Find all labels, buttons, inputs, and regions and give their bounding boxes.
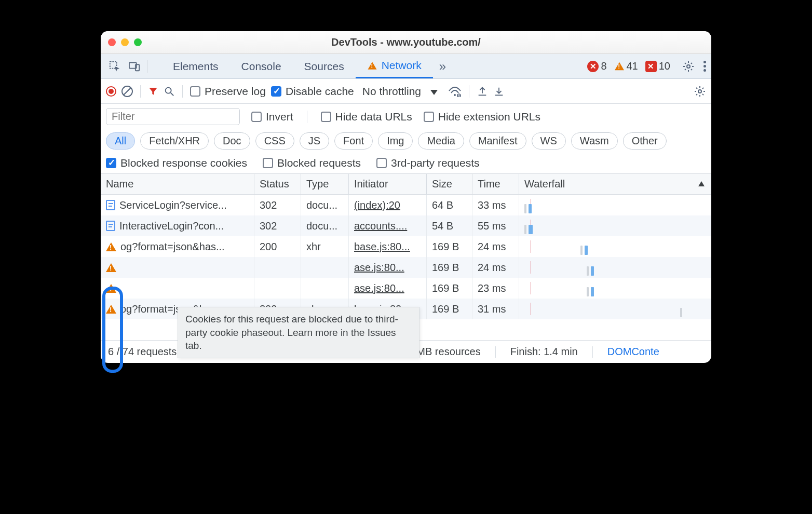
- size-cell: 169 B: [427, 278, 472, 299]
- initiator-link[interactable]: ase.js:80...: [354, 262, 404, 274]
- panel-tabs: Elements Console Sources Network: [161, 54, 433, 78]
- checkbox-icon: [321, 112, 331, 122]
- initiator-link[interactable]: ase.js:80...: [354, 282, 404, 294]
- network-settings-gear-icon[interactable]: [694, 85, 706, 98]
- more-tabs-icon[interactable]: »: [439, 59, 446, 74]
- initiator-link[interactable]: base.js:80...: [354, 241, 410, 253]
- time-cell: 33 ms: [472, 195, 519, 215]
- table-row[interactable]: ase.js:80...169 B23 ms: [101, 278, 711, 299]
- table-row[interactable]: og?format=json&has...200xhrbase.js:80...…: [101, 236, 711, 257]
- initiator-link[interactable]: (index):20: [354, 199, 400, 211]
- warning-icon: [368, 62, 376, 69]
- col-header-initiator[interactable]: Initiator: [349, 174, 427, 194]
- waterfall-axis: [531, 303, 531, 315]
- col-header-status[interactable]: Status: [254, 174, 301, 194]
- download-har-icon[interactable]: [493, 86, 505, 97]
- status-domcontent[interactable]: DOMConte: [607, 346, 659, 358]
- separator: [182, 85, 183, 98]
- tab-console[interactable]: Console: [230, 54, 293, 78]
- chip-other[interactable]: Other: [623, 132, 667, 150]
- filter-row: Invert Hide data URLs Hide extension URL…: [101, 104, 711, 129]
- issue-counters: ✕ 8 41 ✕ 10: [587, 60, 670, 72]
- devtools-window: DevTools - www.youtube.com/ Elements Con…: [101, 31, 711, 363]
- separator: [469, 85, 469, 98]
- chip-wasm[interactable]: Wasm: [571, 132, 618, 150]
- inspect-element-icon[interactable]: [106, 58, 124, 75]
- type-cell: [301, 278, 349, 299]
- waterfall-axis: [531, 261, 531, 274]
- tab-elements[interactable]: Elements: [161, 54, 230, 78]
- col-header-waterfall[interactable]: Waterfall: [519, 174, 711, 194]
- warning-icon: [106, 263, 116, 272]
- waterfall-bar: [591, 287, 594, 296]
- size-cell: 64 B: [427, 195, 472, 215]
- chip-img[interactable]: Img: [378, 132, 413, 150]
- col-header-size[interactable]: Size: [427, 174, 472, 194]
- chip-font[interactable]: Font: [334, 132, 373, 150]
- sort-indicator-icon: [698, 181, 705, 186]
- device-toolbar-icon[interactable]: [126, 58, 143, 75]
- initiator-link[interactable]: accounts....: [354, 220, 407, 232]
- hide-data-urls-checkbox[interactable]: Hide data URLs: [321, 111, 412, 123]
- critical-counter[interactable]: ✕ 10: [645, 60, 670, 72]
- size-cell: 169 B: [427, 299, 472, 319]
- document-icon: [106, 200, 115, 210]
- chip-all[interactable]: All: [106, 132, 135, 150]
- main-tabs-bar: Elements Console Sources Network » ✕ 8 4…: [101, 54, 711, 79]
- invert-checkbox[interactable]: Invert: [251, 111, 293, 123]
- chip-media[interactable]: Media: [418, 132, 464, 150]
- col-header-time[interactable]: Time: [472, 174, 519, 194]
- search-icon[interactable]: [164, 86, 175, 97]
- throttling-select[interactable]: No throttling: [362, 85, 438, 98]
- blocked-requests-checkbox[interactable]: Blocked requests: [263, 157, 361, 169]
- table-row[interactable]: InteractiveLogin?con...302docu...account…: [101, 215, 711, 236]
- error-counter[interactable]: ✕ 8: [587, 60, 606, 72]
- chip-doc[interactable]: Doc: [214, 132, 250, 150]
- col-header-name[interactable]: Name: [101, 174, 254, 194]
- network-conditions-icon[interactable]: [448, 86, 462, 97]
- filter-toggle-icon[interactable]: [148, 86, 158, 97]
- more-menu-icon[interactable]: [703, 61, 706, 72]
- chip-css[interactable]: CSS: [255, 132, 294, 150]
- chip-ws[interactable]: WS: [532, 132, 566, 150]
- blocked-response-cookies-checkbox[interactable]: Blocked response cookies: [106, 157, 247, 169]
- document-icon: [106, 221, 115, 231]
- waterfall-queue-bar: [587, 266, 589, 276]
- waterfall-queue-bar: [524, 225, 526, 234]
- svg-line-5: [171, 92, 174, 96]
- checkbox-icon: [424, 112, 434, 122]
- status-cell: 302: [254, 195, 301, 215]
- size-cell: 54 B: [427, 215, 472, 236]
- waterfall-bar: [529, 225, 533, 234]
- table-row[interactable]: ServiceLogin?service...302docu...(index)…: [101, 195, 711, 215]
- chip-fetch-xhr[interactable]: Fetch/XHR: [140, 132, 209, 150]
- col-header-type[interactable]: Type: [301, 174, 349, 194]
- waterfall-queue-bar: [587, 287, 589, 296]
- preserve-log-checkbox[interactable]: Preserve log: [190, 85, 266, 98]
- dropdown-caret-icon: [430, 90, 438, 95]
- filter-input[interactable]: [106, 108, 240, 125]
- status-cell: [254, 257, 301, 278]
- hide-extension-urls-checkbox[interactable]: Hide extension URLs: [424, 111, 540, 123]
- warning-counter[interactable]: 41: [614, 60, 638, 72]
- type-cell: [301, 257, 349, 278]
- checkbox-checked-icon: [106, 158, 116, 168]
- tab-sources[interactable]: Sources: [293, 54, 356, 78]
- chip-manifest[interactable]: Manifest: [469, 132, 526, 150]
- disable-cache-checkbox[interactable]: Disable cache: [271, 85, 354, 98]
- tab-network[interactable]: Network: [356, 54, 433, 78]
- table-row[interactable]: ase.js:80...169 B24 ms: [101, 257, 711, 278]
- upload-har-icon[interactable]: [477, 86, 488, 97]
- status-finish: Finish: 1.4 min: [510, 346, 578, 358]
- chip-js[interactable]: JS: [300, 132, 329, 150]
- separator: [140, 85, 141, 98]
- settings-gear-icon[interactable]: [680, 58, 697, 75]
- third-party-requests-checkbox[interactable]: 3rd-party requests: [376, 157, 479, 169]
- size-cell: 169 B: [427, 257, 472, 278]
- record-button[interactable]: [106, 86, 116, 97]
- svg-point-4: [166, 87, 171, 93]
- clear-button[interactable]: [121, 86, 133, 97]
- window-title: DevTools - www.youtube.com/: [101, 36, 711, 48]
- type-cell: xhr: [301, 236, 349, 257]
- checkbox-icon: [190, 86, 200, 97]
